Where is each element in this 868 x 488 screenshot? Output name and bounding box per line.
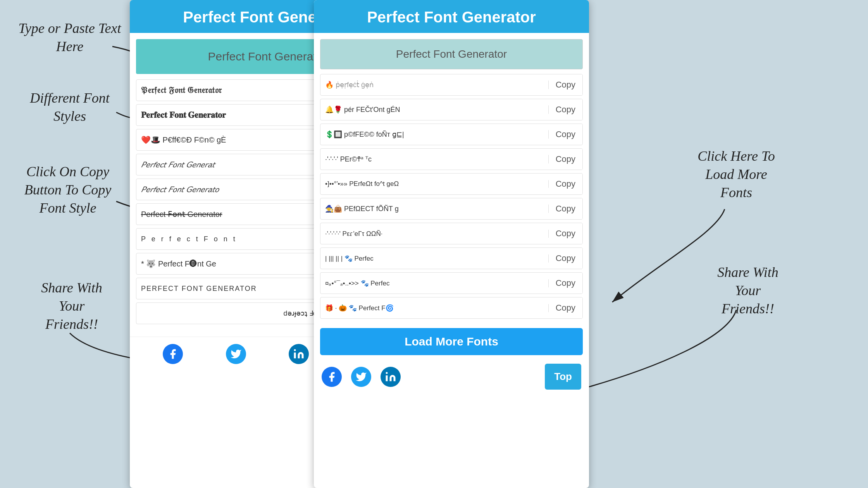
copy-button[interactable]: Copy	[549, 198, 582, 219]
annotation-click-copy: Click On CopyButton To CopyFont Style	[8, 163, 128, 217]
copy-button[interactable]: Copy	[549, 248, 582, 269]
annotation-type-paste: Type or Paste Text Here	[16, 19, 124, 56]
right-font-row-3: ∙'∙'∙'∙' ΡΕr©ᴛ̄ᵃ ᵀc Copy	[320, 148, 583, 170]
right-bottom-bar: Top	[314, 358, 589, 395]
annotation-load-more: Click Here ToLoad MoreFonts	[670, 147, 802, 201]
facebook-icon[interactable]	[163, 344, 183, 364]
linkedin-icon[interactable]	[289, 344, 309, 364]
right-font-row-8: ¤ₐ•°¯ₐ•..•>> 🐾 Perfec Copy	[320, 272, 583, 294]
right-linkedin-icon[interactable]	[381, 367, 401, 387]
copy-button[interactable]: Copy	[549, 273, 582, 294]
right-font-row-5: 🧙👜 ΡΕfΩΕСТ fÕÑТ g Copy	[320, 198, 583, 220]
right-phone: Perfect Font Generator Perfect Font Gene…	[314, 0, 589, 488]
right-facebook-icon[interactable]	[322, 367, 342, 387]
right-font-row-7: | ||| || | 🐾 Perfec Copy	[320, 247, 583, 269]
copy-button[interactable]: Copy	[549, 223, 582, 244]
right-twitter-icon[interactable]	[351, 367, 371, 387]
font-text: •]••°'•»» ΡΕrfeΩt fo^t geΩ	[320, 180, 549, 188]
svg-point-1	[294, 349, 296, 351]
right-font-row-1: 🔔🌹 pér FEČt'Ont gÉN Copy	[320, 99, 583, 120]
right-font-row-4: •]••°'•»» ΡΕrfeΩt fo^t geΩ Copy	[320, 173, 583, 195]
right-phone-header: Perfect Font Generator	[314, 0, 589, 33]
font-text: 🔥 ṗẹṛfẹċṫ ġẹṅ	[320, 81, 549, 89]
font-text: 🎁 · 🎃 🐾 Perfect F🌀	[320, 304, 549, 312]
copy-button[interactable]: Copy	[549, 99, 582, 120]
right-font-row-6: ∙'∙'∙'∙'∙' Ρεɾ'eΓτ ΩΩÑ· Copy	[320, 223, 583, 244]
load-more-button[interactable]: Load More Fonts	[320, 328, 583, 355]
right-phone-body: Perfect Font Generator 🔥 ṗẹṛfẹċṫ ġẹṅ Cop…	[314, 33, 589, 328]
font-text: ¤ₐ•°¯ₐ•..•>> 🐾 Perfec	[320, 279, 549, 287]
copy-button[interactable]: Copy	[549, 124, 582, 145]
font-text: ∙'∙'∙'∙' ΡΕr©ᴛ̄ᵃ ᵀc	[320, 155, 549, 163]
annotation-share-left: Share WithYourFriends!!	[19, 279, 124, 333]
right-font-row-9: 🎁 · 🎃 🐾 Perfect F🌀 Copy	[320, 297, 583, 319]
font-text: | ||| || | 🐾 Perfec	[320, 254, 549, 263]
annotation-share-right: Share WithYourFriends!!	[682, 263, 814, 318]
annotation-different-fonts: Different FontStyles	[12, 89, 128, 125]
right-font-row-2: 💲🔲 p©fFE©© foÑт ɡ⊑| Copy	[320, 124, 583, 145]
right-social-row	[322, 367, 401, 387]
svg-point-2	[386, 372, 388, 374]
copy-button[interactable]: Copy	[549, 74, 582, 95]
font-text: 💲🔲 p©fFE©© foÑт ɡ⊑|	[320, 130, 549, 139]
copy-button[interactable]: Copy	[549, 174, 582, 194]
twitter-icon[interactable]	[226, 344, 246, 364]
font-text: 🧙👜 ΡΕfΩΕСТ fÕÑТ g	[320, 204, 549, 213]
top-button[interactable]: Top	[545, 364, 581, 390]
copy-button[interactable]: Copy	[549, 297, 582, 318]
font-text: 🔔🌹 pér FEČt'Ont gÉN	[320, 105, 549, 114]
font-text: ∙'∙'∙'∙'∙' Ρεɾ'eΓτ ΩΩÑ·	[320, 230, 549, 238]
copy-button[interactable]: Copy	[549, 149, 582, 170]
right-phone-title: Perfect Font Generator	[322, 9, 581, 26]
right-text-input: Perfect Font Generator	[320, 39, 583, 69]
right-font-row-partial: 🔥 ṗẹṛfẹċṫ ġẹṅ Copy	[320, 74, 583, 96]
